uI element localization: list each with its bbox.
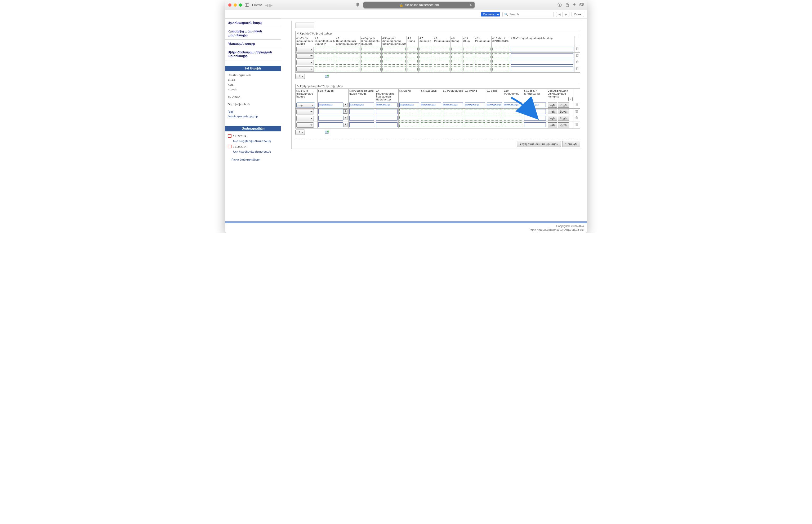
text-input[interactable] xyxy=(419,47,432,51)
text-input[interactable]: Ընտրություն չկա xyxy=(421,102,441,107)
text-input[interactable] xyxy=(451,53,461,58)
text-input[interactable] xyxy=(443,116,463,120)
text-input[interactable] xyxy=(487,109,502,114)
address-select[interactable] xyxy=(296,66,314,72)
text-input[interactable] xyxy=(376,116,398,120)
text-input[interactable] xyxy=(511,53,574,58)
delete-row-icon[interactable]: 🗑 xyxy=(573,115,580,121)
text-input[interactable] xyxy=(451,60,461,65)
text-input[interactable] xyxy=(399,116,419,120)
add-row-icon[interactable]: + xyxy=(325,131,329,134)
delete-row-icon[interactable]: 🗑 xyxy=(573,102,580,108)
text-input[interactable] xyxy=(315,47,334,51)
text-input[interactable]: Ընտրություն չկա xyxy=(487,102,502,107)
row-delete-button[interactable]: Ջնջել xyxy=(558,102,569,108)
delete-row-icon[interactable]: 🗑 xyxy=(575,59,580,66)
text-input[interactable] xyxy=(475,53,491,58)
text-input[interactable] xyxy=(451,66,461,71)
text-input[interactable] xyxy=(492,60,509,65)
text-input[interactable] xyxy=(421,122,441,127)
delete-row-icon[interactable]: 🗑 xyxy=(575,66,580,72)
address-select[interactable] xyxy=(296,60,314,65)
text-input[interactable] xyxy=(492,47,509,51)
text-input[interactable] xyxy=(465,109,485,114)
text-input[interactable] xyxy=(315,60,334,65)
sidebar-item-micro[interactable]: Միկրոձեռնարկատիրության արտոնագիր xyxy=(225,48,281,61)
change-password-link[interactable]: Փոխել գաղտնաբառը xyxy=(228,115,258,118)
text-input[interactable] xyxy=(361,53,381,58)
text-input[interactable] xyxy=(465,116,485,120)
text-input[interactable] xyxy=(524,109,546,114)
row-delete-button[interactable]: Ջնջել xyxy=(558,122,569,127)
text-input[interactable] xyxy=(419,53,432,58)
text-input[interactable] xyxy=(408,66,418,71)
text-input[interactable] xyxy=(361,47,381,51)
add-ip-icon[interactable]: + xyxy=(343,116,347,120)
text-input[interactable] xyxy=(451,47,461,51)
text-input[interactable] xyxy=(443,109,463,114)
add-ip-icon[interactable]: + xyxy=(343,103,347,107)
address-select[interactable] xyxy=(296,47,314,52)
text-input[interactable] xyxy=(434,60,449,65)
close-window-icon[interactable] xyxy=(228,3,231,6)
text-input[interactable] xyxy=(434,47,449,51)
find-prev-icon[interactable]: ◀ xyxy=(556,12,563,17)
text-input[interactable] xyxy=(421,116,441,120)
ip-input[interactable]: Ընտրություն չկա xyxy=(318,102,343,107)
text-input[interactable] xyxy=(504,122,523,127)
add-ip-icon[interactable]: + xyxy=(343,110,347,114)
address-select[interactable] xyxy=(296,109,314,114)
text-input[interactable] xyxy=(382,60,406,65)
page-select[interactable]: 1 xyxy=(295,130,305,135)
text-input[interactable] xyxy=(336,66,359,71)
sidebar-item-state-duty[interactable]: Պետական տուրք xyxy=(225,39,281,48)
text-input[interactable] xyxy=(361,60,381,65)
text-input[interactable] xyxy=(465,122,485,127)
back-icon[interactable]: ◀ xyxy=(265,3,268,8)
text-input[interactable] xyxy=(511,66,574,71)
text-input[interactable] xyxy=(492,53,509,58)
text-input[interactable] xyxy=(349,116,374,120)
text-input[interactable] xyxy=(315,66,334,71)
text-input[interactable] xyxy=(443,122,463,127)
sidebar-toggle-icon[interactable] xyxy=(244,2,250,8)
text-input[interactable]: Ընտրություն չկա xyxy=(349,102,374,107)
text-input[interactable] xyxy=(504,116,523,120)
attach-button[interactable]: Կցել xyxy=(548,116,557,121)
text-input[interactable] xyxy=(475,66,491,71)
text-input[interactable] xyxy=(336,53,359,58)
ip-input[interactable] xyxy=(318,109,343,114)
text-input[interactable] xyxy=(382,66,406,71)
text-input[interactable] xyxy=(504,109,523,114)
notice-item[interactable]: 11.09.2014 Նոր հաշվետվաձևատեսակ xyxy=(228,134,278,144)
text-input[interactable] xyxy=(408,60,418,65)
find-input[interactable] xyxy=(509,13,552,16)
text-input[interactable] xyxy=(382,53,406,58)
text-input[interactable] xyxy=(487,116,502,120)
logout-link[interactable]: [Ելք] xyxy=(228,110,234,113)
reload-icon[interactable]: ↻ xyxy=(470,3,473,7)
address-select[interactable] xyxy=(296,122,314,128)
text-input[interactable] xyxy=(349,122,374,127)
address-select[interactable] xyxy=(296,53,314,59)
downloads-icon[interactable] xyxy=(558,3,562,8)
sidebar-item-patent-tax[interactable]: Արտոնագրային հարկ xyxy=(225,18,281,27)
text-input[interactable] xyxy=(382,47,406,51)
text-input[interactable] xyxy=(463,47,473,51)
text-input[interactable]: Ընտրություն չկա xyxy=(443,102,463,107)
text-input[interactable] xyxy=(361,66,381,71)
text-input[interactable] xyxy=(434,53,449,58)
text-input[interactable] xyxy=(376,109,398,114)
row-delete-button[interactable]: Ջնջել xyxy=(558,116,569,121)
save-temp-button[interactable]: Հիշել ժամանակավորապես xyxy=(517,141,561,147)
find-mode-select[interactable]: Contains xyxy=(481,12,500,17)
text-input[interactable]: Ընտրություն չկա xyxy=(399,102,419,107)
new-tab-icon[interactable]: + xyxy=(573,3,576,8)
register-button[interactable]: Գրանցել xyxy=(563,141,580,147)
text-input[interactable] xyxy=(399,109,419,114)
text-input[interactable] xyxy=(419,66,432,71)
text-input[interactable]: Ընտրություն չկա xyxy=(524,102,546,107)
text-input[interactable] xyxy=(421,109,441,114)
share-icon[interactable] xyxy=(565,3,569,8)
address-bar[interactable]: 🔒 file-online.taxservice.am ↻ xyxy=(363,2,475,9)
